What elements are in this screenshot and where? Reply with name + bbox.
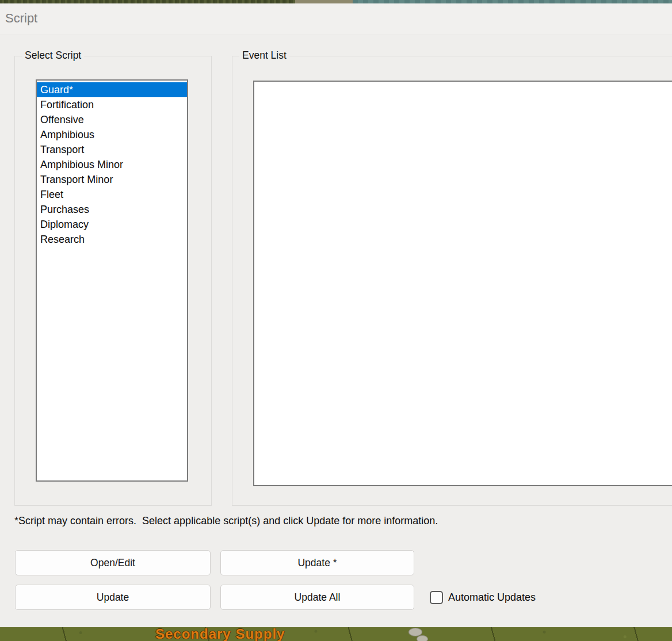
script-list-item[interactable]: Research <box>37 232 187 247</box>
update-star-button[interactable]: Update * <box>220 550 414 575</box>
script-list-item[interactable]: Fleet <box>37 187 187 202</box>
dialog-title: Script <box>5 11 37 26</box>
script-list-item[interactable]: Offensive <box>37 112 187 127</box>
script-list-item[interactable]: Purchases <box>37 202 187 217</box>
secondary-supply-label: Secondary Supply <box>155 626 285 641</box>
automatic-updates-row: Automatic Updates <box>430 590 536 605</box>
update-button[interactable]: Update <box>15 585 211 610</box>
script-list[interactable]: Guard*FortificationOffensiveAmphibiousTr… <box>36 79 188 482</box>
automatic-updates-label: Automatic Updates <box>448 592 536 604</box>
error-note: *Script may contain errors. Select appli… <box>14 515 438 527</box>
game-map-bottom-strip: Secondary Supply <box>0 627 672 641</box>
automatic-updates-checkbox[interactable] <box>430 591 443 604</box>
script-list-item[interactable]: Amphibious Minor <box>37 157 187 172</box>
script-list-item[interactable]: Guard* <box>37 82 187 97</box>
script-list-item[interactable]: Diplomacy <box>37 217 187 232</box>
script-dialog: Script Select Script Guard*Fortification… <box>0 3 672 627</box>
update-all-button[interactable]: Update All <box>220 585 414 610</box>
select-script-label: Select Script <box>22 49 84 62</box>
dialog-titlebar: Script <box>0 3 672 35</box>
script-list-item[interactable]: Transport Minor <box>37 172 187 187</box>
map-unit-dot <box>417 635 428 641</box>
script-list-item[interactable]: Transport <box>37 142 187 157</box>
script-list-item[interactable]: Fortification <box>37 97 187 112</box>
event-list-label: Event List <box>239 49 289 62</box>
open-edit-button[interactable]: Open/Edit <box>15 550 211 575</box>
event-list[interactable] <box>253 81 672 486</box>
script-list-item[interactable]: Amphibious <box>37 127 187 142</box>
